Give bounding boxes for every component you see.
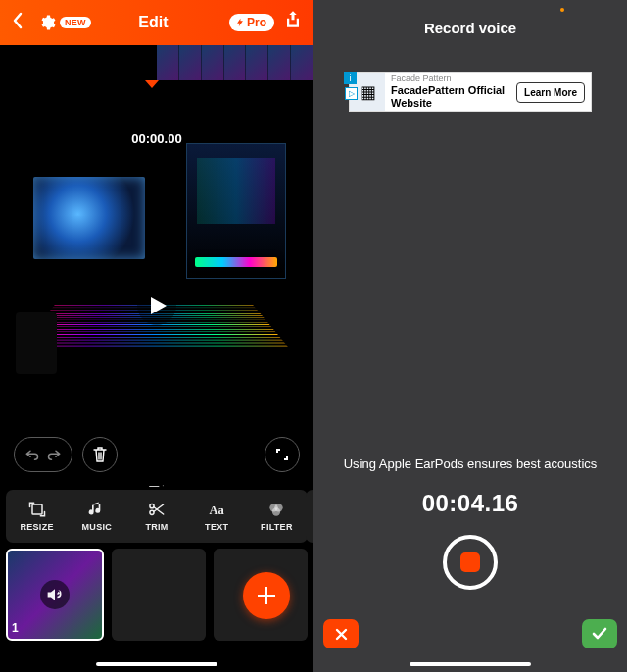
back-button[interactable]: [12, 12, 23, 33]
undo-icon[interactable]: [24, 448, 39, 461]
record-title: Record voice: [314, 20, 627, 36]
volume-badge[interactable]: [40, 580, 70, 609]
tool-trim[interactable]: TRIM: [127, 501, 185, 532]
export-button[interactable]: [284, 11, 302, 34]
cancel-button[interactable]: [323, 619, 359, 648]
filter-icon: [266, 501, 286, 518]
music-icon: [87, 501, 107, 518]
ad-text: Facade Pattern FacadePattern Official We…: [385, 73, 516, 110]
preview-controls: [0, 435, 314, 474]
pro-button[interactable]: Pro: [229, 14, 274, 31]
tool-resize[interactable]: RESIZE: [8, 501, 66, 532]
undo-redo-pill: [14, 437, 72, 472]
plus-icon: [257, 586, 276, 605]
volume-icon: [46, 587, 64, 602]
redo-icon[interactable]: [47, 448, 62, 461]
play-icon: [151, 297, 167, 314]
trash-icon: [93, 447, 107, 462]
play-button[interactable]: [137, 286, 176, 325]
svg-rect-0: [32, 504, 42, 514]
close-icon: [334, 627, 349, 642]
add-clip-button[interactable]: [243, 572, 290, 619]
gear-icon: [38, 14, 56, 31]
tool-filter[interactable]: FILTER: [248, 501, 306, 532]
recording-tip: Using Apple EarPods ensures best acousti…: [314, 456, 627, 471]
fullscreen-button[interactable]: [265, 437, 300, 472]
clip-slot-1[interactable]: 1: [6, 549, 104, 641]
text-icon: Aa: [207, 501, 226, 518]
frame-strip[interactable]: [157, 45, 314, 80]
toolbar-overflow[interactable]: [306, 490, 314, 543]
svg-text:Aa: Aa: [210, 504, 225, 517]
edit-toolbar: RESIZE MUSIC TRIM Aa TEXT FILTER: [6, 490, 308, 543]
page-title: Edit: [87, 14, 219, 31]
delete-button[interactable]: [82, 437, 118, 472]
home-indicator[interactable]: [410, 662, 531, 666]
recording-status-dot: [560, 8, 564, 12]
tool-text[interactable]: Aa TEXT: [188, 501, 246, 532]
settings-button[interactable]: NEW: [38, 14, 91, 31]
resize-icon: [27, 501, 47, 518]
clip-slot-2[interactable]: [112, 549, 206, 641]
record-stop-button[interactable]: [443, 535, 498, 590]
svg-point-6: [272, 507, 280, 515]
ad-cta-button[interactable]: Learn More: [516, 82, 585, 103]
home-indicator[interactable]: [96, 662, 217, 666]
confirm-button[interactable]: [582, 619, 617, 648]
fullscreen-icon: [276, 449, 288, 460]
clip-index: 1: [12, 621, 19, 635]
record-preview: [323, 57, 617, 449]
record-timecode: 00:04.16: [314, 490, 627, 517]
bolt-icon: [235, 18, 245, 27]
ad-banner[interactable]: ▦ Facade Pattern FacadePattern Official …: [349, 72, 592, 112]
stop-icon: [460, 552, 480, 572]
check-icon: [592, 627, 607, 641]
ad-adchoices-icon[interactable]: ▷: [345, 87, 358, 100]
ad-info-icon[interactable]: i: [344, 72, 357, 84]
trim-icon: [147, 501, 167, 518]
video-preview[interactable]: 00:00.00: [10, 82, 304, 421]
tool-music[interactable]: MUSIC: [68, 501, 125, 532]
pro-label: Pro: [247, 16, 266, 29]
editor-header: NEW Edit Pro: [0, 0, 314, 45]
